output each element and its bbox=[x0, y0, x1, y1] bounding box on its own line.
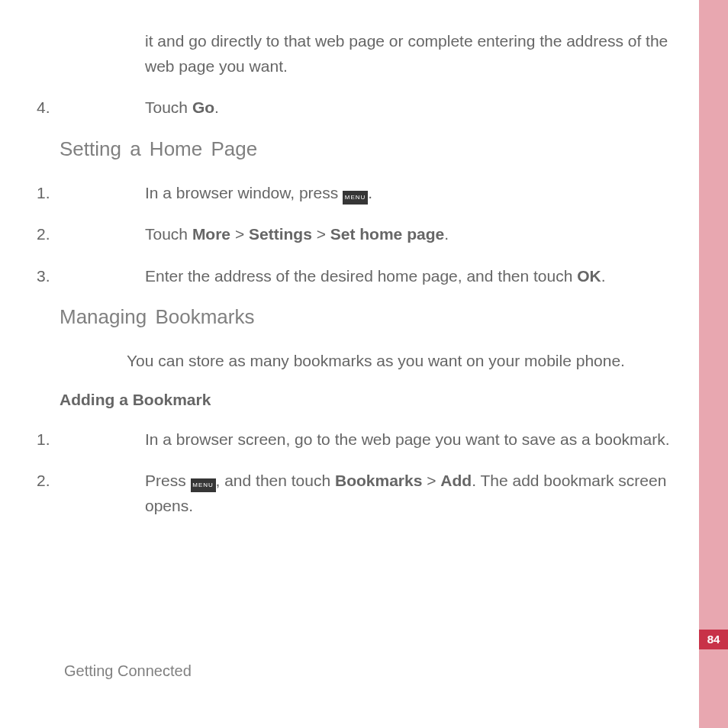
step-text-post: . bbox=[601, 267, 606, 285]
step-text-mid: , and then touch bbox=[216, 472, 335, 489]
add-step-1: 1. In a browser screen, go to the web pa… bbox=[60, 427, 678, 453]
step-bold: Go bbox=[192, 98, 214, 116]
step-number: 1. bbox=[37, 181, 50, 206]
step-text-post: . bbox=[214, 98, 219, 116]
step-bold: Settings bbox=[249, 225, 312, 243]
step-text-post: . bbox=[444, 225, 449, 243]
bookmarks-intro: You can store as many bookmarks as you w… bbox=[60, 349, 678, 374]
step-text: In a browser screen, go to the web page … bbox=[145, 427, 678, 453]
home-step-1: 1. In a browser window, press MENU. bbox=[60, 181, 678, 206]
step-4: 4. Touch Go. bbox=[60, 95, 678, 121]
step-number: 4. bbox=[37, 95, 50, 121]
step-bold: OK bbox=[577, 267, 601, 285]
step-text: In a browser window, press bbox=[145, 184, 343, 201]
step-number: 2. bbox=[37, 469, 50, 494]
step-number: 1. bbox=[37, 427, 50, 453]
intro-fragment: it and go directly to that web page or c… bbox=[60, 29, 678, 79]
heading-managing-bookmarks: Managing Bookmarks bbox=[60, 305, 678, 329]
step-number: 2. bbox=[37, 222, 50, 247]
step-sep: > bbox=[422, 472, 440, 489]
page-content: it and go directly to that web page or c… bbox=[60, 29, 678, 535]
step-text: Touch bbox=[145, 225, 192, 243]
heading-adding-bookmark: Adding a Bookmark bbox=[60, 391, 678, 409]
page-number-badge: 84 bbox=[699, 630, 728, 649]
step-number: 3. bbox=[37, 264, 50, 289]
step-text: Enter the address of the desired home pa… bbox=[145, 267, 577, 285]
step-sep: > bbox=[230, 225, 249, 243]
step-text-post: . bbox=[368, 184, 372, 201]
heading-setting-home-page: Setting a Home Page bbox=[60, 137, 678, 161]
footer-section-title: Getting Connected bbox=[64, 662, 192, 680]
add-step-2: 2. Press MENU, and then touch Bookmarks … bbox=[60, 469, 678, 518]
step-text: Touch bbox=[145, 98, 192, 116]
side-accent-bar bbox=[699, 0, 728, 728]
step-bold: Add bbox=[440, 472, 472, 489]
menu-icon: MENU bbox=[191, 478, 216, 492]
step-bold: Bookmarks bbox=[335, 472, 422, 489]
step-bold: Set home page bbox=[330, 225, 444, 243]
step-text: Press bbox=[145, 472, 191, 489]
home-step-2: 2. Touch More > Settings > Set home page… bbox=[60, 222, 678, 247]
menu-icon: MENU bbox=[343, 191, 368, 205]
step-bold: More bbox=[192, 225, 230, 243]
step-sep: > bbox=[312, 225, 330, 243]
home-step-3: 3. Enter the address of the desired home… bbox=[60, 264, 678, 289]
